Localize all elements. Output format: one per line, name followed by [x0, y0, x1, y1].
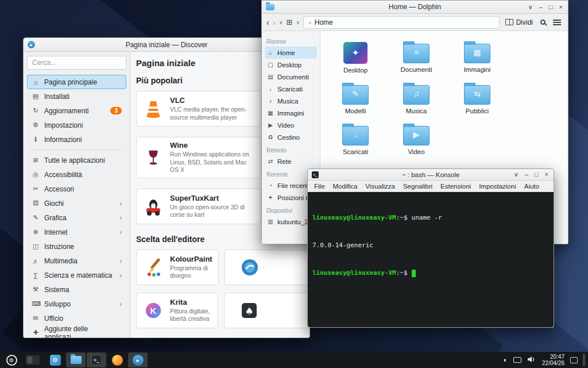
folder-desktop[interactable]: ✦ Desktop	[325, 40, 386, 74]
shade-icon[interactable]: ∨	[528, 4, 533, 10]
terminal-area[interactable]: linuxeasy@linuxeasy-VM:~$uname -r 7.0.0-…	[308, 192, 554, 327]
app-card-vlc[interactable]: VLC VLC media player, the open-source mu…	[136, 91, 261, 126]
folder-musica[interactable]: ♫ Musica	[386, 82, 447, 114]
places-item-desktop[interactable]: ▢ Desktop	[265, 59, 317, 71]
minimize-icon[interactable]: –	[525, 171, 528, 178]
menu-aiuto[interactable]: Aiuto	[520, 183, 543, 190]
sidebar-item-aggiornamenti[interactable]: ↻ Aggiornamenti 3	[27, 103, 126, 118]
places-item-video[interactable]: ▶ Video	[265, 119, 317, 131]
menu-file[interactable]: File	[310, 183, 329, 190]
sidebar-item-accessori[interactable]: ✂ Accessori	[27, 182, 126, 196]
places-item-rete[interactable]: ⇄ Rete	[265, 155, 317, 167]
sidebar-item-giochi[interactable]: ⚄ Giochi ›	[27, 196, 126, 210]
folder-modelli[interactable]: ✎ Modelli	[325, 82, 386, 114]
search-input[interactable]	[27, 56, 126, 70]
folder-video[interactable]: ▶ Video	[386, 122, 447, 155]
sidebar-item-impostazioni[interactable]: ⚙ Impostazioni	[27, 118, 126, 132]
sidebar-item-internet[interactable]: ⊕ Internet ›	[27, 225, 126, 239]
dolphin-toolbar: ‹ › ∨ ⊞ ∨ › Home Dividi	[262, 14, 568, 31]
sidebar-item-grafica[interactable]: ✎ Grafica ›	[27, 210, 126, 225]
folder-pubblici[interactable]: ⇆ Pubblici	[447, 82, 508, 114]
notifications-icon[interactable]	[570, 357, 578, 363]
night-color-icon[interactable]: ◐	[504, 356, 508, 363]
clock-date: 22/04/26	[542, 360, 564, 366]
folder-immagini[interactable]: ▦ Immagini	[447, 40, 508, 74]
breadcrumb-location[interactable]: Home	[315, 18, 333, 26]
virtual-desktop-pager[interactable]	[26, 355, 40, 365]
app-card-supertuxkart[interactable]: SuperTuxKart Un gioco open-source 3D di …	[136, 189, 261, 224]
maximize-icon[interactable]: □	[535, 171, 539, 178]
sidebar-item-ufficio[interactable]: ✉ Ufficio	[27, 311, 126, 325]
split-view-label: Dividi	[516, 18, 533, 26]
sidebar-item-tutte-le-applicazioni[interactable]: ⊞ Tutte le applicazioni	[27, 153, 126, 167]
menu-impostazioni[interactable]: Impostazioni	[475, 183, 520, 190]
app-card-wine[interactable]: Wine Run Windows applications on Linux, …	[136, 137, 261, 178]
app-card-kolourpaint[interactable]: KolourPaint Programma di disegno	[136, 250, 219, 285]
forward-icon[interactable]: ›	[273, 18, 276, 26]
breadcrumb[interactable]: › Home	[303, 16, 500, 29]
sidebar-item-multimedia[interactable]: ♬ Multimedia ›	[27, 254, 126, 268]
sidebar-item-informazioni[interactable]: ℹ Informazioni	[27, 132, 126, 147]
terminal-prompt: linuxeasy@linuxeasy-VM	[312, 214, 396, 221]
task-system-settings[interactable]: ⚙	[45, 352, 65, 367]
menu-visualizza[interactable]: Visualizza	[361, 183, 399, 190]
folder-icon: ♫	[403, 85, 430, 105]
view-dropdown-icon[interactable]: ∨	[296, 20, 300, 25]
sidebar-item-sviluppo[interactable]: ⌨ Sviluppo ›	[27, 297, 126, 311]
accessibility-icon: ◎	[32, 171, 40, 178]
display-icon[interactable]	[513, 357, 521, 363]
places-item-home[interactable]: ⌂ Home	[265, 47, 317, 59]
task-konsole[interactable]: >_	[87, 352, 106, 367]
volume-icon[interactable]	[527, 355, 535, 365]
minimize-icon[interactable]: –	[539, 4, 543, 10]
task-dolphin[interactable]	[66, 352, 86, 367]
hamburger-menu-icon[interactable]	[553, 22, 561, 23]
places-item-label: Cestino	[277, 134, 300, 141]
task-firefox[interactable]	[107, 352, 127, 367]
sidebar-item-installati[interactable]: ▤ Installati	[27, 89, 126, 103]
app-card-partial[interactable]	[225, 250, 310, 285]
show-desktop-button[interactable]	[583, 354, 585, 366]
app-card-partial[interactable]: ♠	[224, 293, 310, 328]
shade-icon[interactable]: ∨	[514, 171, 519, 178]
menu-estensioni[interactable]: Estensioni	[436, 183, 475, 190]
sidebar-item-aggiunte-applicazioni[interactable]: ✚ Aggiunte delle applicazi…	[27, 325, 126, 338]
digital-clock[interactable]: 20:47 22/04/26	[542, 354, 564, 366]
history-dropdown-icon[interactable]: ∨	[279, 20, 283, 25]
app-card-krita[interactable]: K Krita Pittura digitale, libertà creati…	[136, 293, 218, 328]
chevron-right-icon: ›	[119, 228, 122, 236]
close-icon[interactable]: ×	[559, 4, 563, 10]
konsole-titlebar[interactable]: >_ ~ : bash — Konsole ∨ – □ ×	[308, 169, 554, 181]
task-discover[interactable]: ▸	[128, 352, 148, 367]
folder-scaricati[interactable]: ↓ Scaricati	[325, 122, 386, 155]
places-item-scaricati[interactable]: ↓ Scaricati	[265, 83, 317, 95]
app-launcher-button[interactable]: ⚙	[3, 352, 20, 367]
sidebar-item-accessibilita[interactable]: ◎ Accessibilità	[27, 167, 126, 182]
sidebar-item-label: Istruzione	[44, 243, 74, 251]
updates-icon: ↻	[32, 107, 40, 114]
places-item-cestino[interactable]: ♻ Cestino	[265, 131, 317, 143]
sidebar-item-pagina-principale[interactable]: ⌂ Pagina principale	[27, 75, 126, 89]
sidebar-item-sistema[interactable]: ⚒ Sistema	[27, 282, 126, 297]
sidebar-item-scienza-e-matematica[interactable]: ∑ Scienza e matematica ›	[27, 268, 126, 282]
search-icon[interactable]	[540, 20, 546, 25]
back-icon[interactable]: ‹	[266, 18, 269, 26]
places-item-documenti[interactable]: ▤ Documenti	[265, 71, 317, 83]
settings-icon: ⚙	[32, 121, 40, 129]
network-icon: ⇄	[267, 158, 274, 164]
menu-modifica[interactable]: Modifica	[329, 183, 362, 190]
menu-segnalibri[interactable]: Segnalibri	[399, 183, 436, 190]
places-item-musica[interactable]: ♪ Musica	[265, 95, 317, 107]
view-mode-icon[interactable]: ⊞	[287, 18, 293, 26]
split-view-button[interactable]: Dividi	[503, 17, 535, 28]
folder-documenti[interactable]: ≡ Documenti	[386, 40, 447, 74]
dolphin-titlebar[interactable]: Home — Dolphin ∨ – □ ×	[262, 1, 568, 14]
places-item-immagini[interactable]: ▦ Immagini	[265, 107, 317, 119]
updates-count-badge: 3	[110, 107, 122, 114]
recent-files-icon: ◔	[267, 182, 274, 189]
home-icon: ⌂	[32, 79, 40, 86]
folder-label: Scaricati	[325, 148, 386, 155]
maximize-icon[interactable]: □	[549, 4, 553, 10]
close-icon[interactable]: ×	[545, 171, 548, 178]
sidebar-item-istruzione[interactable]: ◫ Istruzione	[27, 239, 126, 254]
